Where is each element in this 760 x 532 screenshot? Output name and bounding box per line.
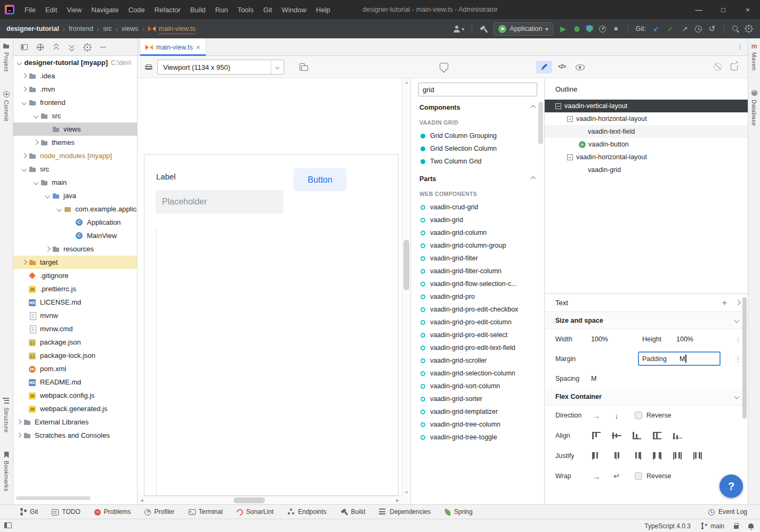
palette-item-vaadin-grid-sort-column[interactable]: vaadin-grid-sort-column bbox=[411, 380, 544, 392]
outline-node-vaadin-grid-5[interactable]: vaadin-grid bbox=[545, 163, 748, 176]
align-end-icon[interactable] bbox=[633, 432, 641, 439]
tree-item-mvn[interactable]: .mvn bbox=[13, 83, 137, 96]
outline-node-vaadin-text-field-2[interactable]: vaadin-text-field bbox=[545, 125, 748, 138]
palette-search-input[interactable] bbox=[418, 83, 537, 96]
palette-item-vaadin-crud-grid[interactable]: vaadin-crud-grid bbox=[411, 201, 544, 214]
collapse-minus-icon[interactable] bbox=[567, 154, 573, 160]
close-button[interactable]: × bbox=[735, 0, 760, 19]
chevron-down-icon[interactable] bbox=[20, 101, 28, 104]
notifications-icon[interactable] bbox=[748, 523, 754, 528]
run-configuration-select[interactable]: Application bbox=[494, 22, 553, 36]
debug-button[interactable] bbox=[573, 25, 580, 32]
scroll-down-icon[interactable]: ▼ bbox=[402, 488, 411, 496]
palette-section-parts[interactable]: Parts bbox=[411, 171, 544, 187]
tree-item-java[interactable]: java bbox=[13, 189, 137, 202]
tool-window-toggle-icon[interactable] bbox=[4, 522, 12, 528]
tree-item-package-lock-json[interactable]: package-lock.json bbox=[13, 349, 137, 362]
git-update-icon[interactable] bbox=[652, 24, 660, 33]
tool-window-button-structure[interactable]: Structure bbox=[3, 398, 10, 432]
git-push-icon[interactable] bbox=[681, 24, 689, 33]
tree-item-resources[interactable]: resources bbox=[13, 242, 137, 256]
canvas-vertical-scrollbar[interactable]: ▲ ▼ bbox=[402, 78, 410, 496]
palette-item-vaadin-grid-scroller[interactable]: vaadin-grid-scroller bbox=[411, 354, 544, 367]
palette-item-vaadin-grid-pro-edit-select[interactable]: vaadin-grid-pro-edit-select bbox=[411, 329, 544, 341]
chevron-right-icon[interactable] bbox=[20, 154, 28, 158]
select-opened-file-icon[interactable] bbox=[21, 44, 28, 50]
tree-item-idea[interactable]: .idea bbox=[13, 69, 137, 83]
canvas-button[interactable]: Button bbox=[294, 168, 346, 191]
tool-window-button-project[interactable]: Project bbox=[3, 43, 10, 71]
chevron-down-icon[interactable] bbox=[31, 114, 40, 118]
align-start-icon[interactable] bbox=[592, 432, 601, 439]
tree-item-themes[interactable]: themes bbox=[13, 136, 137, 149]
tree-item-gitignore[interactable]: .gitignore bbox=[13, 269, 137, 282]
collapse-minus-icon[interactable] bbox=[567, 116, 573, 122]
tree-item-external-libraries[interactable]: External Libraries bbox=[13, 415, 137, 429]
tree-item-mainview[interactable]: MainView bbox=[13, 229, 137, 242]
menu-file[interactable]: File bbox=[20, 0, 41, 19]
maximize-button[interactable]: □ bbox=[711, 0, 735, 19]
palette-item-vaadin-grid[interactable]: vaadin-grid bbox=[411, 214, 544, 226]
arrow-down-icon[interactable]: ↓ bbox=[612, 411, 621, 420]
edit-mode-button[interactable] bbox=[536, 61, 552, 73]
lock-icon[interactable] bbox=[734, 525, 739, 529]
properties-scrollbar[interactable] bbox=[742, 297, 747, 419]
tree-item-mvnw-cmd[interactable]: mvnw.cmd bbox=[13, 322, 137, 335]
palette-item-vaadin-grid-column-group[interactable]: vaadin-grid-column-group bbox=[411, 239, 544, 252]
breadcrumb-src[interactable]: src bbox=[103, 25, 112, 32]
scroll-left-icon[interactable]: ◀ bbox=[138, 496, 146, 505]
viewport-dropdown-button[interactable] bbox=[271, 60, 284, 74]
palette-item-vaadin-grid-pro-edit-column[interactable]: vaadin-grid-pro-edit-column bbox=[411, 316, 544, 329]
tree-item-pom-xml[interactable]: pom.xml bbox=[13, 362, 137, 375]
tool-button-problems[interactable]: Problems bbox=[94, 508, 131, 515]
history-icon[interactable] bbox=[695, 26, 702, 32]
preview-eye-icon[interactable] bbox=[576, 64, 585, 70]
tree-item-prettierrc-js[interactable]: .prettierrc.js bbox=[13, 282, 137, 296]
palette-item-two-column-grid[interactable]: Two Column Grid bbox=[411, 155, 544, 168]
palette-item-vaadin-grid-column[interactable]: vaadin-grid-column bbox=[411, 226, 544, 239]
chevron-down-icon[interactable] bbox=[43, 194, 52, 198]
build-hammer-icon[interactable] bbox=[480, 25, 488, 33]
comment-icon[interactable] bbox=[440, 63, 448, 70]
tree-item-node-modules-myapp[interactable]: node_modules [myapp] bbox=[13, 149, 137, 162]
vertical-scroll-thumb[interactable] bbox=[403, 240, 409, 290]
outline-node-vaadin-horizontal-layout-4[interactable]: vaadin-horizontal-layout bbox=[545, 151, 748, 163]
design-surface[interactable]: Label Button Placeholder bbox=[144, 154, 399, 496]
menu-tools[interactable]: Tools bbox=[233, 0, 258, 19]
viewport-select[interactable]: Viewport (1134 x 950) bbox=[157, 60, 284, 75]
tool-button-sonarlint[interactable]: SonarLint bbox=[237, 508, 273, 515]
tool-button-terminal[interactable]: Terminal bbox=[189, 508, 223, 515]
chevron-down-icon[interactable] bbox=[17, 60, 22, 65]
scroll-up-icon[interactable]: ▲ bbox=[402, 78, 411, 86]
tree-item-src[interactable]: src bbox=[13, 162, 137, 176]
tree-item-mvnw[interactable]: mvnw bbox=[13, 309, 137, 322]
tree-item-views[interactable]: views bbox=[13, 122, 137, 136]
chevron-down-icon[interactable] bbox=[20, 167, 28, 171]
palette-item-vaadin-grid-pro-edit-checkbox[interactable]: vaadin-grid-pro-edit-checkbox bbox=[411, 303, 544, 316]
help-button[interactable]: ? bbox=[719, 474, 743, 498]
palette-scrollbar[interactable] bbox=[538, 102, 543, 144]
tool-button-dependencies[interactable]: Dependencies bbox=[379, 508, 431, 515]
tool-window-button-maven[interactable]: Maven bbox=[750, 43, 758, 71]
tree-item-webpack-generated-js[interactable]: webpack.generated.js bbox=[13, 402, 137, 415]
tool-button-git[interactable]: Git bbox=[19, 508, 38, 515]
event-log-button[interactable]: Event Log bbox=[708, 508, 747, 515]
scroll-right-icon[interactable]: ▶ bbox=[393, 496, 402, 505]
chevron-down-icon[interactable] bbox=[55, 207, 63, 211]
menu-refactor[interactable]: Refactor bbox=[150, 0, 185, 19]
git-commit-icon[interactable] bbox=[666, 24, 675, 33]
reverse-checkbox[interactable] bbox=[635, 472, 642, 480]
tab-close-icon[interactable] bbox=[196, 43, 200, 52]
palette-item-vaadin-grid-tree-column[interactable]: vaadin-grid-tree-column bbox=[411, 418, 544, 431]
justify-between-icon[interactable] bbox=[653, 452, 661, 460]
stop-button[interactable] bbox=[612, 24, 620, 33]
spacing-options-kebab-icon[interactable] bbox=[734, 355, 741, 363]
tab-main-view[interactable]: main-view.ts bbox=[140, 38, 206, 56]
tool-window-button-bookmarks[interactable]: Bookmarks bbox=[3, 452, 10, 492]
height-value[interactable]: 100% bbox=[676, 335, 693, 343]
menu-edit[interactable]: Edit bbox=[41, 0, 62, 19]
chevron-right-icon[interactable] bbox=[14, 433, 23, 437]
flex-section-header[interactable]: Flex Container bbox=[545, 388, 748, 405]
tree-item-frontend[interactable]: frontend bbox=[13, 96, 137, 109]
palette-item-vaadin-grid-pro[interactable]: vaadin-grid-pro bbox=[411, 290, 544, 303]
